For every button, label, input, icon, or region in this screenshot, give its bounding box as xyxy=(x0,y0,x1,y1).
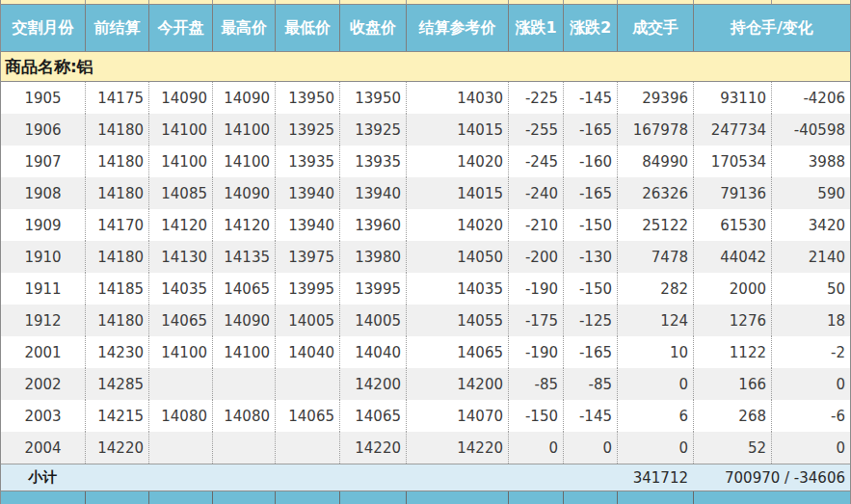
table-row[interactable]: 1906141801410014100139251392514015-255-1… xyxy=(1,114,850,146)
cell-low: 13940 xyxy=(275,209,339,241)
cell-open-interest: 52 xyxy=(693,432,771,464)
cell-change2: -160 xyxy=(563,146,617,177)
cell-high: 14090 xyxy=(212,177,275,209)
subtotal-spacer xyxy=(85,464,617,491)
cell-high: 14090 xyxy=(212,82,275,114)
cell-close: 14040 xyxy=(339,336,406,368)
cell-open-interest: 61530 xyxy=(693,209,771,241)
table-row[interactable]: 2004142201422014220000520 xyxy=(1,432,850,464)
cell-delivery-month: 2004 xyxy=(1,432,85,464)
cell-delivery-month: 1908 xyxy=(1,177,85,209)
cell-high xyxy=(212,368,275,400)
cell-low xyxy=(275,368,339,400)
table-row[interactable]: 1911141851403514065139951399514035-190-1… xyxy=(1,273,850,305)
cell-volume: 0 xyxy=(617,368,693,400)
cell-oi-change: 590 xyxy=(771,177,850,209)
cell-prev-settlement: 14180 xyxy=(85,305,148,336)
cell-delivery-month: 1910 xyxy=(1,241,85,273)
table-row[interactable]: 2002142851420014200-85-8501660 xyxy=(1,368,850,400)
cell-delivery-month: 1911 xyxy=(1,273,85,305)
cell-close: 14200 xyxy=(339,368,406,400)
cell-open-interest: 247734 xyxy=(693,114,771,146)
cell-change2: -145 xyxy=(563,400,617,432)
cell-change2: 0 xyxy=(563,432,617,464)
cell-high: 14120 xyxy=(212,209,275,241)
cell-oi-change: 0 xyxy=(771,368,850,400)
cell-change1: -210 xyxy=(508,209,563,241)
cell-oi-change: 18 xyxy=(771,305,850,336)
cell-settlement-ref: 14050 xyxy=(406,241,508,273)
cell-close: 14065 xyxy=(339,400,406,432)
cell-prev-settlement: 14220 xyxy=(85,432,148,464)
subtotal-volume-total: 341712 xyxy=(617,464,693,491)
cell-high: 14100 xyxy=(212,336,275,368)
cell-close: 13925 xyxy=(339,114,406,146)
cell-change1: -190 xyxy=(508,336,563,368)
cell-volume: 0 xyxy=(617,432,693,464)
column-header-high: 最高价 xyxy=(212,5,275,51)
table-row[interactable]: 1907141801410014100139351393514020-245-1… xyxy=(1,146,850,177)
cell-change1: 0 xyxy=(508,432,563,464)
cell-prev-settlement: 14180 xyxy=(85,146,148,177)
cell-settlement-ref: 14220 xyxy=(406,432,508,464)
cell-delivery-month: 1906 xyxy=(1,114,85,146)
cell-settlement-ref: 14200 xyxy=(406,368,508,400)
cell-high: 14080 xyxy=(212,400,275,432)
cell-oi-change: -40598 xyxy=(771,114,850,146)
cell-prev-settlement: 14180 xyxy=(85,177,148,209)
cell-low: 13925 xyxy=(275,114,339,146)
cell-open: 14085 xyxy=(148,177,212,209)
cell-open xyxy=(148,432,212,464)
table-row[interactable]: 1908141801408514090139401394014015-240-1… xyxy=(1,177,850,209)
cell-low: 14040 xyxy=(275,336,339,368)
cell-change2: -165 xyxy=(563,177,617,209)
cell-open-interest: 170534 xyxy=(693,146,771,177)
cell-settlement-ref: 14020 xyxy=(406,209,508,241)
cell-change2: -150 xyxy=(563,273,617,305)
cell-change1: -200 xyxy=(508,241,563,273)
table-row[interactable]: 2001142301410014100140401404014065-190-1… xyxy=(1,336,850,368)
cell-high xyxy=(212,432,275,464)
column-header-settlement-ref: 结算参考价 xyxy=(406,5,508,51)
table-row[interactable]: 1912141801406514090140051400514055-175-1… xyxy=(1,305,850,336)
table-row[interactable]: 2003142151408014080140651406514070-150-1… xyxy=(1,400,850,432)
cell-open: 14120 xyxy=(148,209,212,241)
cell-open: 14100 xyxy=(148,146,212,177)
cell-open xyxy=(148,368,212,400)
commodity-row: 商品名称:铝 xyxy=(1,52,850,82)
cell-close: 13960 xyxy=(339,209,406,241)
cell-prev-settlement: 14180 xyxy=(85,114,148,146)
cell-open: 14100 xyxy=(148,336,212,368)
cell-oi-change: -2 xyxy=(771,336,850,368)
cell-settlement-ref: 14065 xyxy=(406,336,508,368)
cell-close: 14005 xyxy=(339,305,406,336)
cell-high: 14065 xyxy=(212,273,275,305)
cell-low: 13940 xyxy=(275,177,339,209)
cell-prev-settlement: 14285 xyxy=(85,368,148,400)
cell-volume: 25122 xyxy=(617,209,693,241)
cell-volume: 6 xyxy=(617,400,693,432)
table-row[interactable]: 1909141701412014120139401396014020-210-1… xyxy=(1,209,850,241)
cell-change2: -85 xyxy=(563,368,617,400)
cell-high: 14100 xyxy=(212,146,275,177)
cell-settlement-ref: 14015 xyxy=(406,114,508,146)
cell-low: 13975 xyxy=(275,241,339,273)
cell-change1: -85 xyxy=(508,368,563,400)
cell-oi-change: 3988 xyxy=(771,146,850,177)
cell-close: 13980 xyxy=(339,241,406,273)
cell-high: 14090 xyxy=(212,305,275,336)
cell-low: 14005 xyxy=(275,305,339,336)
cell-settlement-ref: 14030 xyxy=(406,82,508,114)
cell-volume: 29396 xyxy=(617,82,693,114)
table-row[interactable]: 1910141801413014135139751398014050-200-1… xyxy=(1,241,850,273)
cell-volume: 282 xyxy=(617,273,693,305)
cell-change1: -255 xyxy=(508,114,563,146)
cell-change1: -225 xyxy=(508,82,563,114)
cell-open-interest: 2000 xyxy=(693,273,771,305)
futures-quote-table: 交割月份 前结算 今开盘 最高价 最低价 收盘价 结算参考价 涨跌1 涨跌2 成… xyxy=(0,0,851,504)
table-row[interactable]: 1905141751409014090139501395014030-225-1… xyxy=(1,82,850,114)
cell-delivery-month: 2002 xyxy=(1,368,85,400)
cell-volume: 124 xyxy=(617,305,693,336)
cell-delivery-month: 2001 xyxy=(1,336,85,368)
cell-settlement-ref: 14035 xyxy=(406,273,508,305)
